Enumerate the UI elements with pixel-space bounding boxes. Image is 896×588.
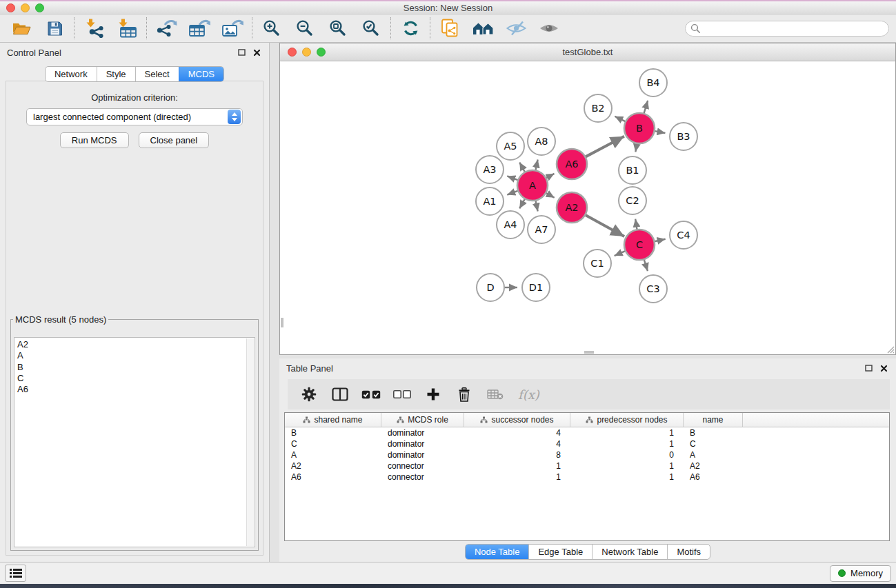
show-all-button[interactable] — [537, 17, 561, 40]
delete-column-button[interactable] — [455, 385, 474, 404]
column-header[interactable]: shared name — [285, 413, 381, 427]
tab-node-table[interactable]: Node Table — [466, 545, 529, 559]
table-row[interactable]: Bdominator41B — [285, 427, 889, 438]
table-cell[interactable]: A6 — [285, 472, 381, 483]
hierarchy-icon — [480, 416, 488, 423]
tab-mcds[interactable]: MCDS — [179, 67, 223, 81]
table-cell[interactable]: dominator — [381, 427, 464, 438]
refresh-view-button[interactable] — [399, 17, 422, 40]
table-row[interactable]: A2connector11A2 — [285, 460, 889, 472]
plus-icon — [426, 387, 440, 401]
run-mcds-button[interactable]: Run MCDS — [60, 132, 129, 148]
hide-selected-button[interactable] — [504, 17, 528, 40]
graph-edge-A2-C[interactable] — [584, 214, 625, 236]
open-session-button[interactable] — [10, 17, 33, 40]
refresh-icon — [401, 19, 420, 37]
column-header[interactable]: successor nodes — [464, 413, 570, 427]
float-panel-icon[interactable] — [865, 365, 873, 372]
export-table-button[interactable] — [188, 17, 211, 40]
zoom-selected-button[interactable] — [359, 17, 383, 40]
table-cell[interactable]: A — [285, 449, 381, 460]
first-neighbors-button[interactable] — [471, 17, 495, 40]
new-network-from-selection-button[interactable] — [438, 17, 461, 40]
deselect-all-button[interactable] — [392, 385, 412, 404]
tab-style[interactable]: Style — [97, 67, 135, 81]
tab-select[interactable]: Select — [135, 67, 179, 81]
tab-network-table[interactable]: Network Table — [592, 545, 667, 559]
export-network-icon — [155, 19, 177, 38]
network-canvas[interactable]: B4B2BB3A8A5A6A3B1AC2A1A2A4A7C4CC1DD1C3 — [280, 62, 895, 354]
table-tabs: Node TableEdge TableNetwork TableMotifs — [465, 544, 710, 560]
column-header[interactable]: MCDS role — [381, 413, 464, 427]
mcds-result-item[interactable]: A6 — [17, 384, 244, 395]
table-cell[interactable]: connector — [381, 472, 464, 483]
table-row[interactable]: A6connector11A6 — [285, 472, 889, 483]
window-title: Session: New Session — [0, 3, 896, 13]
eye-icon — [539, 21, 559, 36]
task-history-button[interactable] — [5, 565, 26, 582]
table-cell[interactable]: A6 — [684, 472, 743, 483]
table-cell[interactable]: 1 — [570, 460, 684, 472]
mcds-result-item[interactable]: A — [17, 350, 244, 361]
table-cell[interactable]: 0 — [570, 449, 684, 460]
tab-motifs[interactable]: Motifs — [667, 545, 710, 559]
export-image-button[interactable] — [221, 17, 244, 40]
vertical-scrollbar-thumb[interactable] — [281, 318, 283, 327]
add-column-button[interactable] — [424, 385, 443, 404]
table-cell[interactable]: 1 — [570, 438, 684, 449]
import-network-button[interactable] — [82, 17, 106, 40]
table-cell[interactable]: 1 — [570, 427, 684, 438]
table-cell[interactable]: A2 — [285, 460, 381, 472]
zoom-out-button[interactable] — [293, 17, 317, 40]
table-settings-button[interactable] — [299, 385, 319, 404]
float-panel-icon[interactable] — [238, 49, 246, 56]
table-cell[interactable]: 8 — [464, 449, 570, 460]
table-cell[interactable]: connector — [381, 460, 464, 472]
zoom-fit-button[interactable] — [326, 17, 350, 40]
graph-edge-A6-B[interactable] — [584, 136, 624, 158]
memory-button[interactable]: Memory — [830, 565, 891, 582]
table-cell[interactable]: 4 — [464, 438, 570, 449]
table-row[interactable]: Cdominator41C — [285, 438, 889, 449]
optimization-select[interactable]: largest connected component (directed) — [26, 108, 243, 125]
delete-table-button[interactable] — [486, 385, 505, 404]
show-columns-button[interactable] — [330, 385, 350, 404]
table-cell[interactable]: A — [684, 449, 743, 460]
import-network-icon — [83, 19, 104, 38]
tab-edge-table[interactable]: Edge Table — [528, 545, 592, 559]
import-table-button[interactable] — [115, 17, 139, 40]
mcds-result-item[interactable]: B — [17, 362, 244, 373]
table-cell[interactable]: 1 — [570, 472, 684, 483]
search-input[interactable] — [685, 21, 889, 37]
table-row[interactable]: Adominator80A — [285, 449, 889, 460]
import-table-icon — [117, 19, 137, 38]
column-header[interactable]: predecessor nodes — [570, 413, 684, 427]
table-cell[interactable]: 1 — [464, 460, 570, 472]
close-panel-button[interactable]: Close panel — [139, 132, 210, 148]
select-all-button[interactable] — [361, 385, 381, 404]
table-cell[interactable]: C — [285, 438, 381, 449]
close-panel-icon[interactable] — [880, 365, 888, 372]
table-cell[interactable]: 4 — [464, 427, 570, 438]
table-cell[interactable]: B — [684, 427, 743, 438]
function-builder-button[interactable]: f(x) — [518, 387, 539, 402]
table-panel-title: Table Panel — [286, 363, 333, 374]
mcds-result-item[interactable]: C — [17, 373, 244, 384]
mcds-result-item[interactable]: A2 — [17, 339, 244, 350]
table-cell[interactable]: B — [285, 427, 381, 438]
zoom-in-button[interactable] — [260, 17, 283, 40]
close-panel-icon[interactable] — [253, 49, 261, 57]
table-cell[interactable]: dominator — [381, 449, 464, 460]
horizontal-scrollbar-thumb[interactable] — [584, 351, 594, 354]
table-cell[interactable]: C — [684, 438, 743, 449]
export-network-button[interactable] — [155, 17, 178, 40]
resize-grip[interactable] — [886, 345, 895, 354]
tab-network[interactable]: Network — [46, 67, 97, 81]
table-cell[interactable]: dominator — [381, 438, 464, 449]
table-cell[interactable]: 1 — [464, 472, 570, 483]
table-cell[interactable]: A2 — [684, 460, 743, 472]
result-scrollbar[interactable] — [246, 338, 254, 546]
save-session-button[interactable] — [43, 17, 66, 40]
column-header[interactable]: name — [684, 413, 743, 427]
mcds-result-box: MCDS result (5 nodes) A2ABCA6 — [10, 314, 259, 551]
